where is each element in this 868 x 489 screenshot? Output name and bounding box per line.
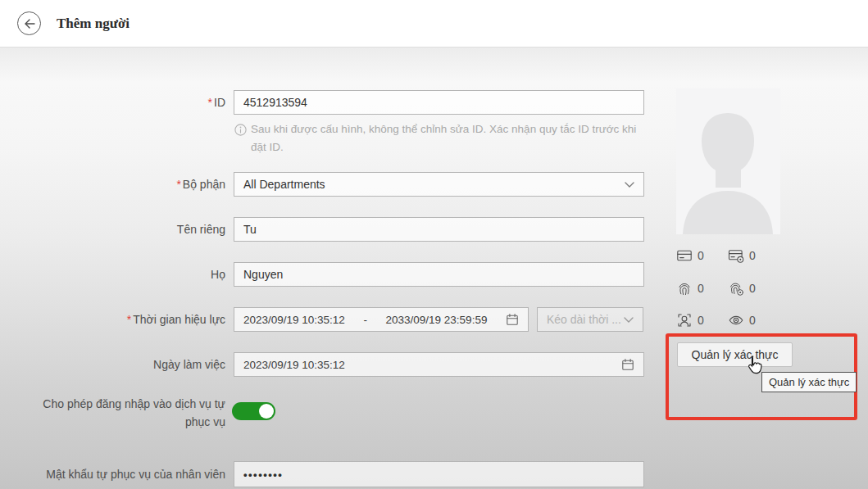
valid-period-input[interactable]: 2023/09/19 10:35:12 - 2033/09/19 23:59:5… (234, 307, 529, 332)
profile-photo-placeholder[interactable] (676, 88, 780, 234)
self-service-label: Cho phép đăng nhập vào dịch vụ tự phục v… (25, 395, 225, 431)
id-hint: Sau khi được cấu hình, không thể chỉnh s… (234, 120, 648, 156)
valid-period-label-text: Thời gian hiệu lực (133, 313, 225, 326)
eye-icon (728, 312, 744, 328)
cursor-pointer-icon (744, 355, 764, 377)
manage-auth-button[interactable]: Quản lý xác thực (677, 342, 793, 367)
credential-count: 0 (698, 249, 704, 262)
page-title: Thêm người (57, 16, 130, 32)
department-select[interactable]: All Departments (234, 172, 644, 197)
id-hint-text: Sau khi được cấu hình, không thể chỉnh s… (251, 120, 648, 156)
fingerprint-icon (676, 280, 693, 297)
first-name-input[interactable] (234, 217, 644, 242)
fingerprint-badge-icon (728, 280, 744, 297)
valid-period-start: 2023/09/19 10:35:12 (243, 314, 345, 326)
credential-count: 0 (749, 282, 756, 295)
first-name-label-text: Tên riêng (177, 223, 225, 236)
credential-card: 0 (676, 247, 704, 264)
extend-period-placeholder: Kéo dài thời ... (547, 313, 621, 326)
info-icon (234, 124, 247, 136)
add-person-page: Thêm người *ID Sau khi được cấu hình, kh… (0, 0, 868, 489)
department-value: All Departments (243, 178, 325, 191)
calendar-icon[interactable] (506, 313, 519, 326)
credential-eye: 0 (728, 312, 756, 328)
last-name-label-text: Họ (211, 268, 225, 281)
self-service-toggle[interactable] (232, 402, 275, 420)
id-input[interactable] (234, 90, 644, 115)
first-name-label: Tên riêng (0, 217, 225, 242)
manage-auth-tooltip: Quản lý xác thực (761, 372, 857, 392)
valid-period-end: 2033/09/19 23:59:59 (386, 314, 488, 326)
back-button[interactable] (17, 11, 41, 35)
credential-count: 0 (749, 314, 756, 327)
credential-fingerprint-badge: 0 (728, 280, 756, 297)
hire-date-input[interactable]: 2023/09/19 10:35:12 (234, 352, 644, 377)
calendar-icon[interactable] (621, 358, 634, 371)
hire-date-value: 2023/09/19 10:35:12 (243, 359, 345, 371)
credential-fingerprint: 0 (676, 280, 704, 297)
department-label: *Bộ phận (0, 172, 225, 197)
arrow-left-icon (23, 17, 36, 30)
id-label: *ID (0, 90, 225, 115)
credential-count: 0 (698, 282, 704, 295)
credential-count: 0 (698, 314, 704, 327)
toggle-knob (259, 404, 274, 419)
last-name-label: Họ (0, 262, 225, 287)
card-badge-icon (728, 247, 744, 264)
credential-count: 0 (749, 249, 756, 262)
required-marker: * (208, 96, 212, 109)
valid-period-separator: - (363, 314, 367, 326)
credential-card-badge: 0 (728, 247, 756, 264)
id-label-text: ID (214, 96, 225, 109)
person-silhouette-icon (676, 88, 780, 234)
password-label: Mật khẩu tự phục vụ của nhân viên (0, 462, 225, 487)
extend-period-select[interactable]: Kéo dài thời ... (537, 307, 643, 332)
card-icon (676, 247, 693, 264)
valid-period-label: *Thời gian hiệu lực (0, 307, 225, 332)
required-marker: * (127, 313, 131, 326)
last-name-input[interactable] (234, 262, 644, 287)
hire-date-label-text: Ngày làm việc (153, 358, 225, 371)
face-capture-icon (676, 312, 693, 328)
page-header: Thêm người (0, 0, 868, 48)
chevron-down-icon (625, 182, 634, 188)
password-input[interactable] (234, 461, 644, 487)
department-label-text: Bộ phận (183, 178, 225, 191)
hire-date-label: Ngày làm việc (0, 352, 225, 377)
required-marker: * (176, 178, 180, 191)
credential-face: 0 (676, 312, 704, 328)
chevron-down-icon (624, 317, 634, 323)
